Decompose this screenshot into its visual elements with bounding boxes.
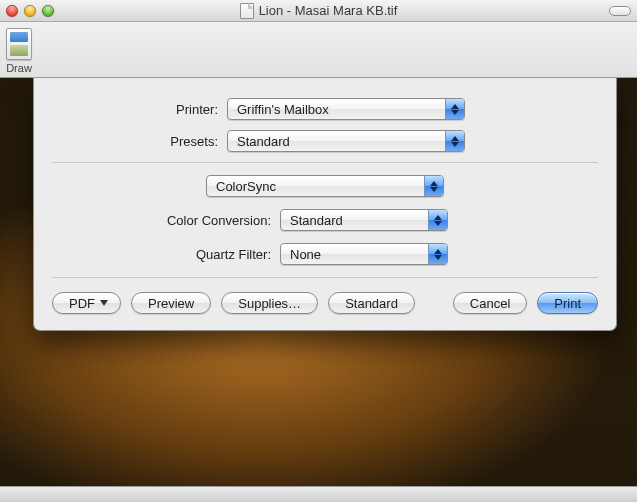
- presets-label: Presets:: [52, 134, 227, 149]
- dialog-button-bar: PDF Preview Supplies… Standard Cancel Pr: [52, 292, 598, 314]
- cancel-button-label: Cancel: [470, 296, 510, 311]
- app-window: Lion - Masai Mara KB.tif Draw Printer: G…: [0, 0, 637, 502]
- svg-marker-2: [451, 136, 459, 141]
- close-window-button[interactable]: [6, 5, 18, 17]
- color-conversion-popup[interactable]: Standard: [280, 209, 448, 231]
- color-conversion-label: Color Conversion:: [52, 213, 280, 228]
- print-button-label: Print: [554, 296, 581, 311]
- window-controls: [6, 5, 54, 17]
- chevron-down-icon: [100, 300, 108, 306]
- window-status-bar: [0, 486, 637, 502]
- zoom-window-button[interactable]: [42, 5, 54, 17]
- quartz-filter-value: None: [290, 247, 321, 262]
- standard-button-label: Standard: [345, 296, 398, 311]
- quartz-filter-popup[interactable]: None: [280, 243, 448, 265]
- document-view: Printer: Griffin's Mailbox Presets: Stan…: [0, 78, 637, 502]
- popup-arrows-icon: [445, 131, 464, 151]
- supplies-button[interactable]: Supplies…: [221, 292, 318, 314]
- svg-marker-0: [451, 104, 459, 109]
- supplies-button-label: Supplies…: [238, 296, 301, 311]
- svg-marker-8: [434, 249, 442, 254]
- popup-arrows-icon: [428, 210, 447, 230]
- popup-arrows-icon: [445, 99, 464, 119]
- settings-pane-popup[interactable]: ColorSync: [206, 175, 444, 197]
- popup-arrows-icon: [428, 244, 447, 264]
- settings-pane-value: ColorSync: [216, 179, 276, 194]
- svg-marker-9: [434, 255, 442, 260]
- drawer-toolbar-label: Draw: [6, 62, 32, 74]
- printer-popup[interactable]: Griffin's Mailbox: [227, 98, 465, 120]
- app-toolbar: Draw: [0, 22, 637, 78]
- divider: [52, 277, 598, 278]
- document-proxy-icon[interactable]: [240, 3, 254, 19]
- quartz-filter-label: Quartz Filter:: [52, 247, 280, 262]
- window-title: Lion - Masai Mara KB.tif: [259, 3, 398, 18]
- svg-marker-7: [434, 221, 442, 226]
- preview-button[interactable]: Preview: [131, 292, 211, 314]
- svg-marker-3: [451, 142, 459, 147]
- pdf-menu-label: PDF: [69, 296, 95, 311]
- drawer-thumbnail-icon: [6, 28, 32, 60]
- toolbar-toggle-button[interactable]: [609, 6, 631, 16]
- print-dialog-sheet: Printer: Griffin's Mailbox Presets: Stan…: [33, 78, 617, 331]
- divider: [52, 162, 598, 163]
- minimize-window-button[interactable]: [24, 5, 36, 17]
- presets-popup[interactable]: Standard: [227, 130, 465, 152]
- svg-marker-4: [430, 181, 438, 186]
- svg-marker-6: [434, 215, 442, 220]
- svg-marker-1: [451, 110, 459, 115]
- titlebar: Lion - Masai Mara KB.tif: [0, 0, 637, 22]
- svg-marker-5: [430, 187, 438, 192]
- print-button[interactable]: Print: [537, 292, 598, 314]
- presets-popup-value: Standard: [237, 134, 290, 149]
- printer-label: Printer:: [52, 102, 227, 117]
- pdf-menu-button[interactable]: PDF: [52, 292, 121, 314]
- preview-button-label: Preview: [148, 296, 194, 311]
- color-conversion-value: Standard: [290, 213, 343, 228]
- printer-popup-value: Griffin's Mailbox: [237, 102, 329, 117]
- popup-arrows-icon: [424, 176, 443, 196]
- cancel-button[interactable]: Cancel: [453, 292, 527, 314]
- standard-button[interactable]: Standard: [328, 292, 415, 314]
- drawer-toolbar-item[interactable]: Draw: [6, 28, 32, 74]
